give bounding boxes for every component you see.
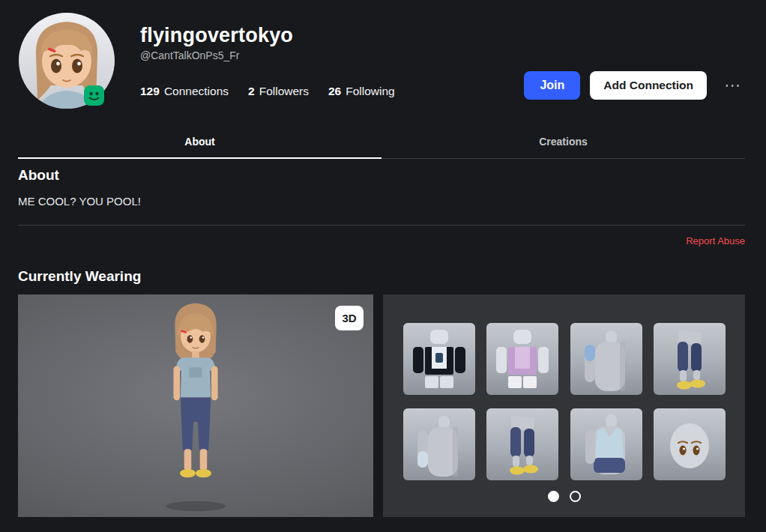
followers-count: 2	[248, 85, 255, 98]
wearing-item-head-classic-face[interactable]	[654, 408, 726, 480]
tab-about[interactable]: About	[18, 125, 382, 158]
profile-handle: @CantTalkOnPs5_Fr	[140, 49, 239, 61]
profile-page: flyingovertokyo @CantTalkOnPs5_Fr 129 Co…	[0, 0, 766, 532]
page-title-username: flyingovertokyo	[140, 24, 293, 47]
section-divider	[18, 225, 745, 226]
ellipsis-icon: ⋯	[724, 76, 742, 94]
following-stat[interactable]: 26 Following	[328, 85, 395, 98]
game-presence-badge-icon	[84, 85, 104, 106]
following-count: 26	[328, 85, 341, 98]
wearing-item-torso-black-white-outfit[interactable]	[403, 323, 475, 395]
join-button[interactable]: Join	[524, 71, 580, 100]
wearing-item-torso-pink-outfit[interactable]	[486, 323, 558, 395]
page-dot-1[interactable]	[548, 491, 559, 502]
wearing-items-panel	[383, 294, 745, 517]
profile-stats: 129 Connections 2 Followers 26 Following	[140, 85, 395, 98]
tab-creations[interactable]: Creations	[382, 125, 745, 158]
report-abuse-link[interactable]: Report Abuse	[686, 235, 745, 247]
followers-stat[interactable]: 2 Followers	[248, 85, 309, 98]
wearing-items-grid	[403, 323, 726, 480]
wearing-item-legs-navy-capri-2[interactable]	[486, 408, 558, 480]
profile-tabs: About Creations	[18, 125, 745, 159]
profile-avatar[interactable]	[18, 12, 115, 109]
wearing-item-legs-navy-capri[interactable]	[654, 323, 726, 395]
wearing-pagination	[383, 491, 745, 502]
wearing-item-torso-mannequin-blue-arm[interactable]	[403, 408, 475, 480]
connections-stat[interactable]: 129 Connections	[140, 85, 229, 98]
connections-label: Connections	[164, 85, 229, 98]
following-label: Following	[346, 85, 394, 98]
page-dot-2[interactable]	[570, 491, 581, 502]
about-section-heading: About	[18, 167, 59, 184]
wearing-item-torso-blue-tank-top[interactable]	[570, 408, 642, 480]
add-connection-button[interactable]: Add Connection	[590, 71, 707, 100]
wearing-item-torso-mannequin-blue-sleeve[interactable]	[570, 323, 642, 395]
avatar-3d-model	[142, 299, 250, 513]
avatar-3d-viewer[interactable]: 3D	[18, 294, 373, 517]
connections-count: 129	[140, 85, 160, 98]
profile-actions: Join Add Connection ⋯	[524, 71, 745, 100]
about-bio-text: ME COOL? YOU POOL!	[18, 195, 141, 208]
currently-wearing-heading: Currently Wearing	[18, 268, 141, 285]
more-options-button[interactable]: ⋯	[721, 74, 745, 97]
followers-label: Followers	[259, 85, 309, 98]
3d-toggle-button[interactable]: 3D	[335, 306, 364, 330]
